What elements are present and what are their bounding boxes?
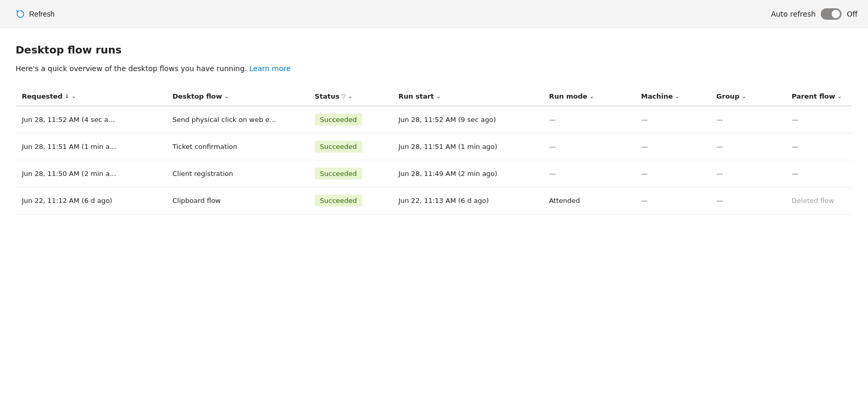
chevron-down-icon: ⌄ <box>348 93 353 100</box>
status-badge: Succeeded <box>315 168 362 180</box>
cell-group: — <box>710 133 785 160</box>
cell-run-start: Jun 28, 11:51 AM (1 min ago) <box>392 133 543 160</box>
cell-status: Succeeded <box>309 160 392 187</box>
col-header-status[interactable]: Status ▽ ⌄ <box>309 87 392 106</box>
cell-run-start: Jun 28, 11:49 AM (2 min ago) <box>392 160 543 187</box>
chevron-down-icon: ⌄ <box>837 93 842 100</box>
auto-refresh-label: Auto refresh <box>771 10 816 18</box>
cell-parent-flow: — <box>785 133 852 160</box>
col-header-parent-flow[interactable]: Parent flow ⌄ <box>785 87 852 106</box>
cell-group: — <box>710 160 785 187</box>
chevron-down-icon: ⌄ <box>436 93 440 100</box>
col-header-run-mode[interactable]: Run mode ⌄ <box>543 87 635 106</box>
status-badge: Succeeded <box>315 195 362 207</box>
cell-group: — <box>710 106 785 133</box>
refresh-label: Refresh <box>29 10 55 18</box>
cell-status: Succeeded <box>309 187 392 214</box>
table-row[interactable]: Jun 28, 11:52 AM (4 sec a...Send physica… <box>16 106 852 133</box>
cell-machine: — <box>635 133 710 160</box>
col-header-group[interactable]: Group ⌄ <box>710 87 785 106</box>
cell-requested: Jun 28, 11:51 AM (1 min a... <box>16 133 166 160</box>
table-row[interactable]: Jun 28, 11:50 AM (2 min a...Client regis… <box>16 160 852 187</box>
auto-refresh-toggle[interactable] <box>821 8 842 20</box>
cell-machine: — <box>635 106 710 133</box>
table-body: Jun 28, 11:52 AM (4 sec a...Send physica… <box>16 106 852 214</box>
cell-parent-flow: Deleted flow <box>785 187 852 214</box>
cell-status: Succeeded <box>309 106 392 133</box>
cell-requested: Jun 28, 11:52 AM (4 sec a... <box>16 106 166 133</box>
filter-icon: ▽ <box>341 93 345 100</box>
col-header-requested[interactable]: Requested ↓ ⌄ <box>16 87 166 106</box>
cell-run-start: Jun 22, 11:13 AM (6 d ago) <box>392 187 543 214</box>
cell-run-mode: Attended <box>543 187 635 214</box>
cell-requested: Jun 28, 11:50 AM (2 min a... <box>16 160 166 187</box>
chevron-down-icon: ⌄ <box>72 93 76 100</box>
cell-desktop-flow: Send physical click on web e... <box>166 106 309 133</box>
page-title: Desktop flow runs <box>16 44 852 56</box>
main-content: Desktop flow runs Here's a quick overvie… <box>0 28 868 396</box>
refresh-icon <box>16 9 25 19</box>
cell-machine: — <box>635 187 710 214</box>
flow-runs-table: Requested ↓ ⌄ Desktop flow ⌄ Status ▽ <box>16 87 852 214</box>
cell-parent-flow: — <box>785 160 852 187</box>
learn-more-link[interactable]: Learn more <box>249 64 291 73</box>
chevron-down-icon: ⌄ <box>224 93 229 100</box>
top-bar: Refresh Auto refresh Off <box>0 0 868 28</box>
status-badge: Succeeded <box>315 141 362 153</box>
refresh-button[interactable]: Refresh <box>10 6 60 22</box>
description: Here's a quick overview of the desktop f… <box>16 64 852 73</box>
col-header-run-start[interactable]: Run start ⌄ <box>392 87 543 106</box>
cell-run-mode: — <box>543 160 635 187</box>
cell-desktop-flow: Clipboard flow <box>166 187 309 214</box>
toggle-knob <box>832 10 840 18</box>
chevron-down-icon: ⌄ <box>742 93 746 100</box>
cell-machine: — <box>635 160 710 187</box>
auto-refresh-area: Auto refresh Off <box>771 8 858 20</box>
chevron-down-icon: ⌄ <box>590 93 594 100</box>
chevron-down-icon: ⌄ <box>675 93 679 100</box>
status-badge: Succeeded <box>315 114 362 126</box>
cell-desktop-flow: Client registration <box>166 160 309 187</box>
col-header-desktop-flow[interactable]: Desktop flow ⌄ <box>166 87 309 106</box>
cell-run-start: Jun 28, 11:52 AM (9 sec ago) <box>392 106 543 133</box>
cell-run-mode: — <box>543 133 635 160</box>
toggle-state-label: Off <box>847 10 858 18</box>
cell-group: — <box>710 187 785 214</box>
col-header-machine[interactable]: Machine ⌄ <box>635 87 710 106</box>
cell-requested: Jun 22, 11:12 AM (6 d ago) <box>16 187 166 214</box>
description-text: Here's a quick overview of the desktop f… <box>16 64 247 73</box>
table-row[interactable]: Jun 28, 11:51 AM (1 min a...Ticket confi… <box>16 133 852 160</box>
table-row[interactable]: Jun 22, 11:12 AM (6 d ago)Clipboard flow… <box>16 187 852 214</box>
table-header: Requested ↓ ⌄ Desktop flow ⌄ Status ▽ <box>16 87 852 106</box>
cell-status: Succeeded <box>309 133 392 160</box>
cell-desktop-flow: Ticket confirmation <box>166 133 309 160</box>
cell-run-mode: — <box>543 106 635 133</box>
cell-parent-flow: — <box>785 106 852 133</box>
sort-icon: ↓ <box>64 93 69 100</box>
header-row: Requested ↓ ⌄ Desktop flow ⌄ Status ▽ <box>16 87 852 106</box>
